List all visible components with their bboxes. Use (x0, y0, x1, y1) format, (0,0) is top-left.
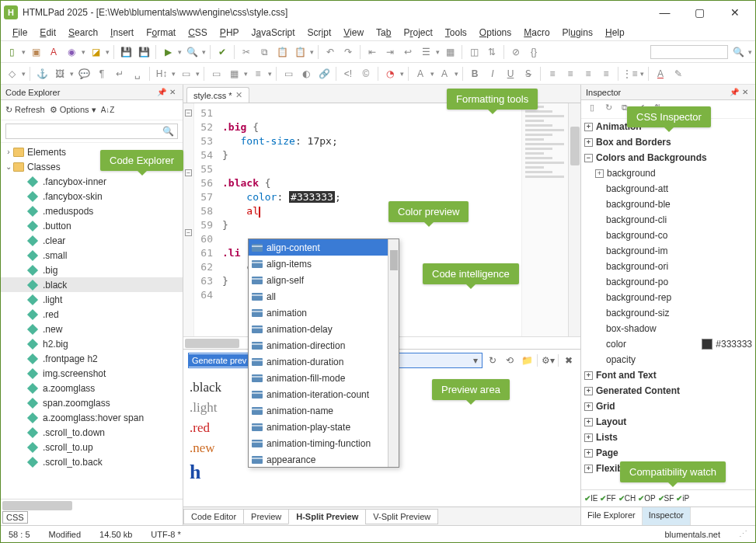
menu-plugins[interactable]: Plugins (557, 26, 598, 40)
underline-icon[interactable]: U (503, 66, 518, 82)
inspector-property[interactable]: background-rep (581, 290, 755, 305)
menu-php[interactable]: PHP (214, 26, 245, 40)
bg-color-icon[interactable]: ✎ (671, 66, 686, 82)
inspector-category[interactable]: −Colors and Backgrounds (581, 150, 755, 165)
minimap[interactable] (521, 103, 568, 336)
options-button[interactable]: ⚙ Options ▾ (50, 105, 96, 115)
image-icon[interactable]: 🖼 (52, 66, 68, 82)
tab-close-icon[interactable]: ✕ (235, 90, 242, 100)
inspector-category[interactable]: +Generated Content (581, 383, 755, 399)
grid-icon[interactable]: ▦ (442, 44, 458, 60)
inspector-property-color[interactable]: color#333333 (581, 336, 755, 352)
insp-sort-icon[interactable]: ⇅ (650, 103, 664, 117)
break-icon[interactable]: ↵ (112, 66, 127, 82)
quick-search-input[interactable] (650, 45, 728, 59)
autocomplete-item[interactable]: animation-play-state (249, 419, 399, 435)
autocomplete-item[interactable]: animation-timing-function (249, 435, 399, 451)
resize-grip-icon[interactable]: ⋰ (739, 529, 747, 539)
preview-sync-icon[interactable]: ⟲ (503, 353, 517, 367)
view-tab[interactable]: Preview (243, 509, 289, 524)
autocomplete-popup[interactable]: align-contentalign-itemsalign-selfallani… (248, 238, 399, 468)
autocomplete-item[interactable]: animation-name (249, 402, 399, 419)
menu-edit[interactable]: Edit (34, 26, 61, 40)
h-icon[interactable]: H↕ (154, 66, 169, 82)
italic-icon[interactable]: I (485, 66, 500, 82)
text-color-icon[interactable]: A (653, 66, 668, 82)
tree-item[interactable]: .small (1, 248, 183, 263)
clipboard-icon[interactable]: 📋 (292, 44, 308, 60)
panel-close-icon[interactable]: ✕ (167, 88, 178, 96)
autocomplete-item[interactable]: animation-iteration-count (249, 386, 399, 402)
strike-icon[interactable]: S̶ (521, 66, 536, 82)
new-file-icon[interactable]: ▯ (4, 44, 19, 60)
inspector-property[interactable]: background-ori (581, 259, 755, 274)
inspector-property[interactable]: +background (581, 165, 755, 181)
autocomplete-item[interactable]: animation (249, 305, 399, 321)
close-tab-icon[interactable]: ⊘ (508, 44, 524, 60)
comment-bubble-icon[interactable]: 💬 (76, 66, 92, 82)
php-icon[interactable]: ◉ (64, 44, 79, 60)
minimize-button[interactable]: — (647, 2, 682, 23)
menu-insert[interactable]: Insert (105, 26, 139, 40)
insp-check-icon[interactable]: ✔ (634, 103, 648, 117)
tree-item[interactable]: .big (1, 263, 183, 277)
pin-icon[interactable]: 📌 (156, 88, 167, 96)
preview-settings-icon[interactable]: ⚙▾ (541, 353, 555, 367)
js-icon[interactable]: ◪ (88, 44, 103, 60)
save-all-icon[interactable]: 💾 (136, 44, 152, 60)
align-left-icon[interactable]: ≡ (545, 66, 560, 82)
open-file-icon[interactable]: ▣ (28, 44, 44, 60)
editor-tab[interactable]: style.css *✕ (186, 87, 249, 103)
tree-item[interactable]: .black (1, 277, 183, 292)
inspector-property[interactable]: background-co (581, 228, 755, 243)
tree-item[interactable]: .fancybox-inner (1, 174, 183, 189)
inspector-property[interactable]: background-cli (581, 212, 755, 228)
align-justify-icon[interactable]: ≡ (598, 66, 614, 82)
meta-icon[interactable]: ◐ (298, 66, 314, 82)
tag-icon[interactable]: ◇ (4, 66, 19, 82)
color-circle-icon[interactable]: ◔ (382, 66, 398, 82)
tree-item[interactable]: .scroll_to.up (1, 440, 183, 454)
ol-icon[interactable]: ≡ (250, 66, 266, 82)
explorer-tree[interactable]: ›Elements ⌄Classes .fancybox-inner.fancy… (1, 143, 183, 499)
tree-item[interactable]: a.zoomglass:hover span (1, 410, 183, 425)
autocomplete-item[interactable]: all (249, 288, 399, 305)
save-icon[interactable]: 💾 (118, 44, 134, 60)
autocomplete-item[interactable]: animation-delay (249, 321, 399, 337)
comment-icon[interactable]: <! (340, 66, 356, 82)
autocomplete-item[interactable]: animation-direction (249, 337, 399, 353)
inspector-category[interactable]: +Layout (581, 414, 755, 430)
brackets-icon[interactable]: {} (526, 44, 542, 60)
tree-item[interactable]: .button (1, 218, 183, 233)
menu-view[interactable]: View (338, 26, 369, 40)
inspector-property[interactable]: opacity (581, 352, 755, 367)
refresh-button[interactable]: ↻ Refresh (5, 105, 45, 115)
tree-folder-elements[interactable]: ›Elements (1, 144, 183, 159)
preview-refresh-icon[interactable]: ↻ (486, 353, 500, 367)
tree-item[interactable]: .meduspods (1, 204, 183, 218)
insp-copy-icon[interactable]: ⧉ (618, 103, 632, 117)
menu-javascript[interactable]: JavaScript (246, 26, 301, 40)
list-icon[interactable]: ☰ (418, 44, 434, 60)
pin-icon[interactable]: 📌 (729, 88, 740, 96)
search-icon[interactable]: 🔍 (184, 44, 200, 60)
font-size-icon[interactable]: A (413, 66, 428, 82)
inspector-category[interactable]: +Font and Text (581, 367, 755, 383)
tree-item[interactable]: .frontpage h2 (1, 351, 183, 366)
tree-item[interactable]: .scroll_to.down (1, 425, 183, 440)
maximize-button[interactable]: ▢ (682, 2, 717, 23)
tree-hscrollbar[interactable] (1, 499, 183, 511)
tree-search-input[interactable]: 🔍 (5, 124, 178, 139)
tree-folder-classes[interactable]: ⌄Classes (1, 159, 183, 174)
table-icon[interactable]: ▦ (226, 66, 242, 82)
tree-item[interactable]: .fancybox-skin (1, 189, 183, 204)
form-icon[interactable]: ▭ (208, 66, 224, 82)
tree-item[interactable]: img.screenshot (1, 366, 183, 381)
menu-file[interactable]: File (7, 26, 33, 40)
inspector-property[interactable]: box-shadow (581, 321, 755, 336)
fold-gutter[interactable]: −−− (183, 103, 194, 336)
menu-search[interactable]: Search (63, 26, 103, 40)
align-right-icon[interactable]: ≡ (580, 66, 596, 82)
tab-inspector[interactable]: Inspector (643, 507, 691, 525)
inspector-category[interactable]: +Flexib (581, 461, 755, 476)
